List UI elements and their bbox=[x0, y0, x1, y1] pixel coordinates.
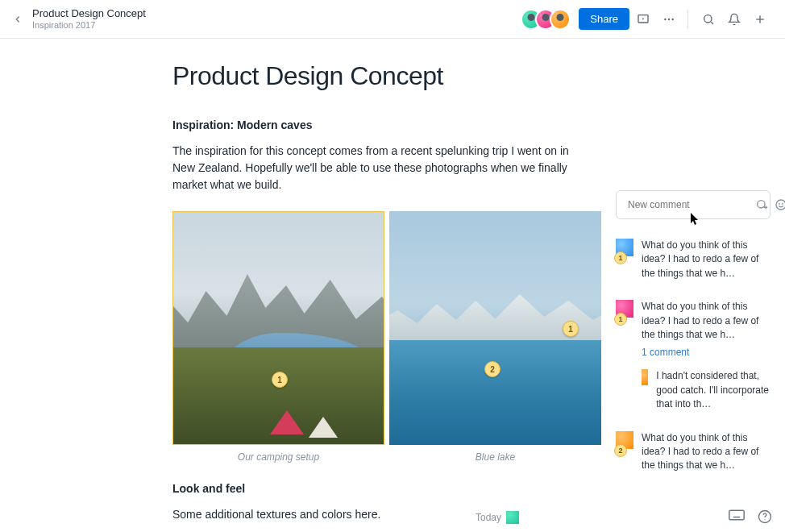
svg-point-14 bbox=[779, 203, 780, 204]
image-gallery: 1 Our camping setup 1 2 Blue lake bbox=[172, 211, 596, 463]
comment-text: What do you think of this idea? I had to… bbox=[642, 431, 770, 473]
comment-pin-number: 2 bbox=[614, 444, 627, 457]
svg-point-2 bbox=[664, 18, 666, 19]
app-header: Product Design Concept Inspiration 2017 … bbox=[0, 0, 785, 39]
section-heading: Inspiration: Modern caves bbox=[172, 118, 596, 131]
presentation-icon bbox=[637, 13, 650, 26]
back-button[interactable] bbox=[6, 8, 29, 31]
svg-point-4 bbox=[671, 18, 673, 19]
image-caption: Blue lake bbox=[389, 451, 601, 463]
svg-marker-1 bbox=[642, 18, 644, 20]
share-button[interactable]: Share bbox=[579, 8, 629, 30]
annotation-pin[interactable]: 1 bbox=[272, 372, 288, 388]
annotation-pin[interactable]: 1 bbox=[563, 321, 579, 337]
bell-icon bbox=[728, 13, 741, 26]
figure-camping[interactable]: 1 Our camping setup bbox=[172, 211, 384, 463]
search-button[interactable] bbox=[696, 7, 721, 31]
header-separator bbox=[687, 10, 688, 29]
body-paragraph: The inspiration for this concept comes f… bbox=[172, 143, 584, 193]
today-label: Today bbox=[476, 512, 501, 523]
more-button[interactable] bbox=[657, 7, 681, 31]
page-title: Product Design Concept bbox=[172, 61, 596, 91]
image-camping[interactable]: 1 bbox=[172, 211, 384, 445]
comment-pin-number: 1 bbox=[614, 313, 627, 326]
annotation-pin[interactable]: 2 bbox=[484, 361, 500, 377]
cursor-icon bbox=[691, 213, 700, 226]
comment-thread[interactable]: 1 What do you think of this idea? I had … bbox=[616, 300, 770, 411]
comment-text: What do you think of this idea? I had to… bbox=[642, 239, 770, 281]
comment-reply-count[interactable]: 1 comment bbox=[642, 347, 770, 358]
presence-avatars[interactable] bbox=[521, 9, 571, 30]
present-button[interactable] bbox=[631, 7, 655, 31]
comment-thread[interactable]: 1 What do you think of this idea? I had … bbox=[616, 239, 770, 281]
keyboard-icon bbox=[729, 509, 745, 521]
reply-text: I hadn't considered that, good catch. I'… bbox=[656, 369, 770, 411]
comment-reply[interactable]: I hadn't considered that, good catch. I'… bbox=[642, 369, 770, 411]
doc-title: Product Design Concept bbox=[32, 7, 146, 20]
today-avatar bbox=[506, 511, 519, 524]
mention-icon bbox=[755, 198, 768, 211]
keyboard-shortcuts-button[interactable] bbox=[729, 509, 745, 524]
emoji-button[interactable] bbox=[775, 198, 785, 211]
image-blue-lake[interactable]: 1 2 bbox=[389, 211, 601, 445]
mention-button[interactable] bbox=[755, 198, 768, 211]
smiley-icon bbox=[775, 198, 785, 211]
help-icon bbox=[758, 509, 772, 524]
new-comment-input[interactable] bbox=[628, 199, 749, 210]
body-paragraph: Some additional textures and colors here… bbox=[172, 506, 584, 523]
figure-blue-lake[interactable]: 1 2 Blue lake bbox=[389, 211, 601, 463]
plus-icon bbox=[754, 13, 766, 26]
svg-point-3 bbox=[668, 18, 670, 19]
chevron-left-icon bbox=[12, 14, 23, 25]
presence-avatar[interactable] bbox=[550, 9, 571, 30]
svg-point-15 bbox=[783, 203, 783, 204]
image-caption: Our camping setup bbox=[172, 451, 384, 463]
today-marker: Today bbox=[476, 511, 519, 524]
svg-line-6 bbox=[711, 22, 713, 24]
svg-point-23 bbox=[764, 519, 765, 520]
more-horizontal-icon bbox=[662, 13, 675, 26]
reply-avatar bbox=[642, 369, 648, 385]
notifications-button[interactable] bbox=[722, 7, 746, 31]
svg-rect-16 bbox=[729, 510, 744, 520]
section-heading: Look and feel bbox=[172, 482, 596, 495]
svg-point-13 bbox=[776, 200, 785, 210]
add-button[interactable] bbox=[748, 7, 772, 31]
doc-title-block[interactable]: Product Design Concept Inspiration 2017 bbox=[32, 7, 146, 31]
doc-subtitle: Inspiration 2017 bbox=[32, 20, 146, 31]
help-button[interactable] bbox=[758, 509, 772, 524]
comment-thread[interactable]: 2 What do you think of this idea? I had … bbox=[616, 431, 770, 473]
document-body[interactable]: Product Design Concept Inspiration: Mode… bbox=[0, 39, 616, 532]
comment-text: What do you think of this idea? I had to… bbox=[642, 300, 770, 342]
comments-panel: 1 What do you think of this idea? I had … bbox=[616, 39, 785, 532]
footer-icons bbox=[729, 509, 772, 524]
comment-pin-number: 1 bbox=[614, 251, 627, 264]
search-icon bbox=[702, 13, 715, 26]
svg-point-5 bbox=[704, 15, 712, 22]
